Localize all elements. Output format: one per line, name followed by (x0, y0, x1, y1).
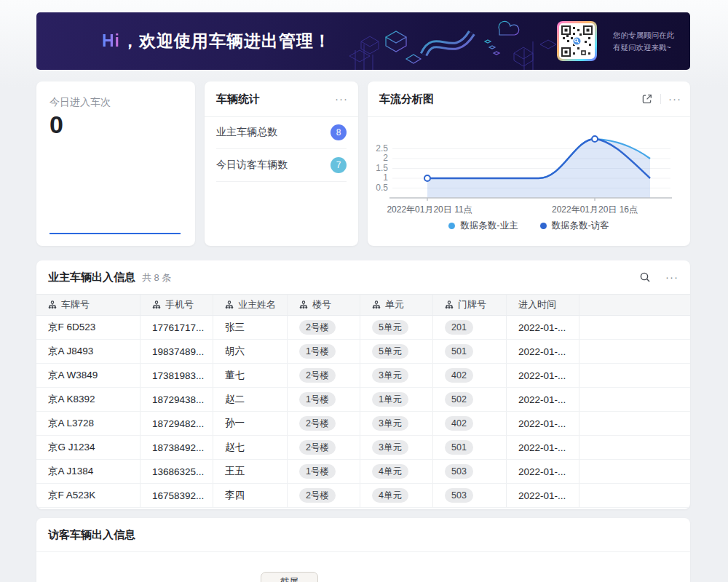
owner-table-header-row: 车牌号手机号业主姓名楼号单元门牌号进入时间 (36, 294, 690, 316)
traffic-chart-more-button[interactable]: ··· (668, 81, 681, 116)
column-header[interactable]: 门牌号 (433, 294, 507, 316)
stats-row-badge: 7 (331, 157, 347, 173)
table-cell: 赵二 (213, 388, 288, 412)
table-cell (579, 364, 690, 388)
traffic-chart-card: 车流分析图 ··· 0.511.522.5 2022年01月20日 11点20 (368, 81, 690, 246)
legend-dot-icon (448, 223, 455, 229)
table-row[interactable]: 京F A523K16758392...李四2号楼4单元5032022-01-..… (36, 484, 690, 508)
today-entry-accent-line (50, 233, 181, 234)
table-row[interactable]: 京A J849319837489...胡六1号楼5单元5012022-01-..… (36, 340, 690, 364)
column-header[interactable]: 楼号 (288, 294, 360, 316)
table-row[interactable]: 京A W384917381983...董七2号楼3单元4022022-01-..… (36, 364, 690, 388)
table-cell: 王五 (213, 460, 288, 484)
visitor-vehicles-card: 访客车辆出入信息 (36, 518, 690, 582)
traffic-chart-svg (368, 119, 690, 202)
cell-tag: 502 (445, 392, 473, 407)
column-header[interactable]: 进入时间 (507, 294, 579, 316)
table-cell: 3单元 (360, 412, 433, 436)
table-cell: 李四 (213, 484, 288, 508)
column-header[interactable] (579, 294, 690, 316)
table-row[interactable]: 京A L372818729482...孙一2号楼3单元4022022-01-..… (36, 412, 690, 436)
traffic-chart-plot: 0.511.522.5 2022年01月20日 11点2022年01月20日 1… (368, 119, 690, 207)
table-row[interactable]: 京G J123418738492...赵七2号楼3单元5012022-01-..… (36, 436, 690, 460)
vehicle-stats-rows: 业主车辆总数8今日访客车辆数7 (205, 116, 358, 182)
field-type-icon (445, 300, 454, 309)
table-cell (579, 316, 690, 340)
table-cell: 2号楼 (288, 412, 360, 436)
toolbar-divider (660, 94, 661, 104)
table-cell: 2号楼 (288, 484, 360, 508)
owner-table-more-button[interactable]: ··· (665, 260, 678, 294)
owner-table: 车牌号手机号业主姓名楼号单元门牌号进入时间京F 6D52317761717...… (36, 294, 690, 508)
table-cell: 2022-01-... (507, 388, 579, 412)
table-cell (579, 484, 690, 508)
table-cell: 402 (433, 412, 507, 436)
table-cell: 京A L3728 (36, 412, 141, 436)
chart-ytick-label: 0.5 (368, 183, 388, 193)
column-header-label: 楼号 (312, 298, 331, 311)
cell-tag: 503 (445, 488, 473, 503)
cell-tag: 5单元 (372, 344, 408, 359)
table-cell (579, 388, 690, 412)
chart-legend: 数据条数-业主数据条数-访客 (368, 220, 690, 232)
table-cell: 2号楼 (288, 316, 360, 340)
table-row[interactable]: 京F 6D52317761717...张三2号楼5单元2012022-01-..… (36, 316, 690, 340)
vehicle-stats-title: 车辆统计 (216, 81, 260, 116)
column-header-label: 手机号 (165, 298, 194, 311)
cell-tag: 2号楼 (299, 320, 336, 335)
chart-ytick-label: 1 (368, 172, 388, 183)
column-header[interactable]: 单元 (360, 294, 433, 316)
screenshot-button[interactable]: 截屏 (261, 572, 318, 582)
table-cell: 3单元 (360, 364, 433, 388)
legend-item[interactable]: 数据条数-业主 (448, 220, 518, 232)
table-cell: 京F 6D523 (36, 316, 141, 340)
legend-label: 数据条数-访客 (552, 220, 609, 232)
welcome-banner: Hi，欢迎使用车辆进出管理！ 您的专 (36, 12, 690, 70)
table-cell: 张三 (213, 316, 288, 340)
today-entry-label: 今日进入车次 (50, 96, 111, 109)
today-entry-card: 今日进入车次 0 (36, 81, 195, 246)
field-type-icon (152, 300, 161, 309)
table-cell: 京A J8493 (36, 340, 141, 364)
column-header[interactable]: 业主姓名 (213, 294, 288, 316)
table-cell: 2022-01-... (507, 436, 579, 460)
table-cell: 京F A523K (36, 484, 141, 508)
stats-row-label: 今日访客车辆数 (216, 159, 288, 172)
chart-ytick-label: 1.5 (368, 163, 388, 173)
column-header[interactable]: 手机号 (141, 294, 213, 316)
cell-tag: 2号楼 (299, 416, 336, 431)
table-row[interactable]: 京A J138413686325...王五1号楼4单元5032022-01-..… (36, 460, 690, 484)
banner-isometric-art (342, 12, 568, 70)
table-cell: 孙一 (213, 412, 288, 436)
column-header-label: 车牌号 (61, 298, 90, 311)
table-cell: 2022-01-... (507, 412, 579, 436)
table-cell: 17761717... (141, 316, 213, 340)
table-cell (579, 460, 690, 484)
table-cell: 503 (433, 460, 507, 484)
traffic-chart-title: 车流分析图 (379, 81, 434, 116)
column-header[interactable]: 车牌号 (36, 294, 141, 316)
today-entry-value: 0 (50, 111, 63, 139)
table-row[interactable]: 京A K839218729438...赵二1号楼1单元5022022-01-..… (36, 388, 690, 412)
chart-data-point (424, 175, 430, 181)
traffic-chart-header: 车流分析图 ··· (368, 81, 690, 117)
legend-item[interactable]: 数据条数-访客 (540, 220, 609, 232)
owner-vehicles-card: 业主车辆出入信息共 8 条 ··· 车牌号手机号业主姓名楼号单元门牌号进入时间京… (36, 260, 690, 509)
table-cell: 501 (433, 340, 507, 364)
field-type-icon (48, 300, 57, 309)
cell-tag: 201 (445, 320, 473, 335)
search-icon[interactable] (639, 271, 651, 283)
cell-tag: 3单元 (372, 416, 408, 431)
table-cell: 2022-01-... (507, 340, 579, 364)
table-cell: 17381983... (141, 364, 213, 388)
qr-code[interactable] (557, 21, 597, 61)
table-cell: 胡六 (213, 340, 288, 364)
vehicle-stats-more-button[interactable]: ··· (335, 81, 348, 116)
visitor-table-title: 访客车辆出入信息 (48, 518, 135, 551)
table-cell: 18729482... (141, 412, 213, 436)
cell-tag: 2号楼 (299, 440, 336, 455)
field-type-icon (225, 300, 234, 309)
expand-icon[interactable] (641, 93, 653, 105)
table-cell: 京A J1384 (36, 460, 141, 484)
cell-tag: 4单元 (372, 464, 408, 479)
